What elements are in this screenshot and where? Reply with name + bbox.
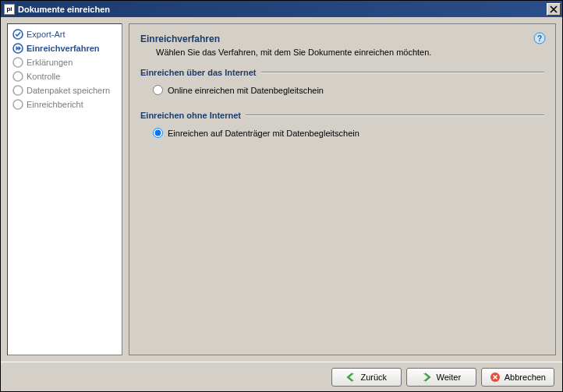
sidebar-item-label: Export-Art (27, 30, 66, 39)
radio-online-label: Online einreichen mit Datenbegleitschein (168, 86, 324, 95)
svg-point-4 (13, 86, 23, 95)
cancel-button-label: Abbrechen (505, 373, 546, 382)
radio-datentraeger[interactable]: Einreichen auf Datenträger mit Datenbegl… (153, 126, 541, 139)
svg-point-3 (13, 72, 23, 81)
sidebar-item-datenpaket[interactable]: Datenpaket speichern (12, 83, 117, 97)
next-button-label: Weiter (436, 373, 461, 382)
page-title: Einreichverfahren (140, 34, 544, 44)
dialog-body: Export-Art Einreichverfahren Erklärungen (1, 17, 562, 362)
cancel-button[interactable]: Abbrechen (481, 368, 554, 387)
radio-online[interactable]: Online einreichen mit Datenbegleitschein (153, 83, 541, 97)
next-button[interactable]: Weiter (406, 368, 476, 387)
pending-step-icon (12, 99, 23, 110)
svg-point-5 (13, 100, 23, 109)
sidebar-item-label: Einreichbericht (27, 100, 83, 109)
sidebar-item-kontrolle[interactable]: Kontrolle (12, 69, 117, 83)
pending-step-icon (12, 71, 23, 82)
dialog-window: pi Dokumente einreichen Export-Art (0, 0, 563, 392)
sidebar-item-label: Einreichverfahren (27, 44, 100, 53)
sidebar-item-label: Kontrolle (27, 72, 60, 81)
window-title: Dokumente einreichen (18, 5, 547, 14)
back-button-label: Zurück (360, 373, 387, 382)
divider (246, 115, 544, 116)
pending-step-icon (12, 85, 23, 96)
check-circle-icon (12, 29, 23, 40)
fieldset-internet-legend: Einreichen über das Internet (140, 68, 257, 77)
svg-text:?: ? (537, 34, 542, 43)
fieldset-internet: Einreichen über das Internet Online einr… (140, 68, 544, 100)
fieldset-offline-legend: Einreichen ohne Internet (140, 111, 241, 120)
cancel-icon (490, 372, 501, 383)
sidebar-item-label: Erklärungen (27, 58, 73, 67)
current-step-icon (12, 43, 23, 54)
app-icon: pi (4, 4, 15, 15)
sidebar-item-einreichverfahren[interactable]: Einreichverfahren (12, 41, 117, 55)
sidebar-item-label: Datenpaket speichern (27, 86, 110, 95)
help-icon[interactable]: ? (533, 32, 546, 44)
pending-step-icon (12, 57, 23, 68)
svg-point-2 (13, 58, 23, 67)
close-button[interactable] (547, 3, 561, 16)
main-panel: ? Einreichverfahren Wählen Sie das Verfa… (129, 23, 556, 355)
sidebar-item-export-art[interactable]: Export-Art (12, 27, 117, 41)
arrow-left-icon (345, 372, 356, 383)
divider (261, 72, 544, 73)
close-icon (550, 5, 558, 13)
radio-datentraeger-label: Einreichen auf Datenträger mit Datenbegl… (168, 129, 359, 138)
back-button[interactable]: Zurück (331, 368, 402, 387)
sidebar-item-erklaerungen[interactable]: Erklärungen (12, 55, 117, 69)
wizard-sidebar: Export-Art Einreichverfahren Erklärungen (7, 23, 122, 355)
sidebar-item-einreichbericht[interactable]: Einreichbericht (12, 97, 117, 111)
radio-datentraeger-input[interactable] (153, 128, 163, 138)
radio-online-input[interactable] (153, 85, 163, 95)
titlebar: pi Dokumente einreichen (1, 1, 562, 17)
button-bar: Zurück Weiter Abbrechen (1, 362, 562, 391)
arrow-right-icon (421, 372, 432, 383)
page-description: Wählen Sie das Verfahren, mit dem Sie Do… (156, 48, 544, 57)
fieldset-offline: Einreichen ohne Internet Einreichen auf … (140, 111, 544, 143)
